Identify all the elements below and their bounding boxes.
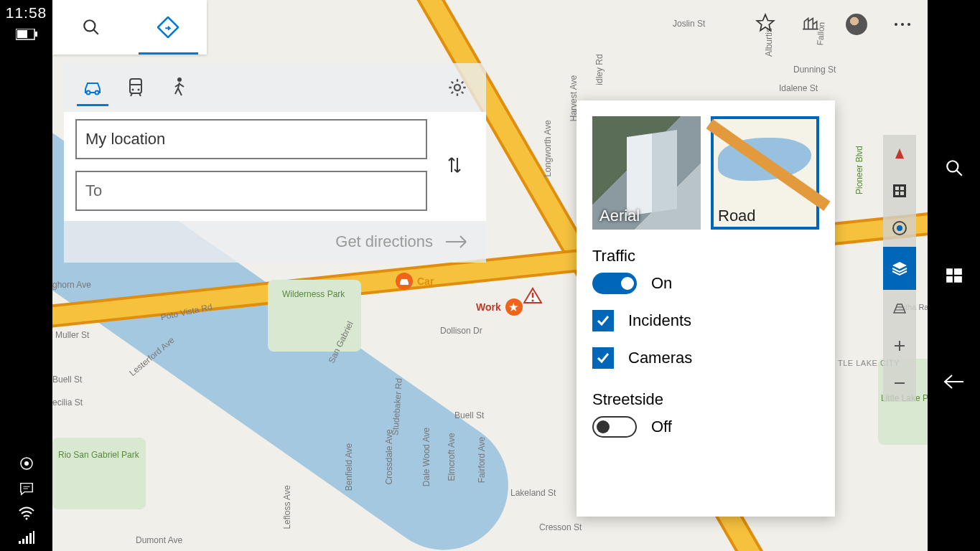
- road-label: Pioneer Blvd: [854, 146, 864, 194]
- road-label: Lakeland St: [510, 488, 556, 498]
- signal-icon: [19, 531, 34, 544]
- streetside-toggle-state: Off: [651, 418, 672, 436]
- directions-settings-icon[interactable]: [436, 66, 479, 109]
- svg-line-20: [93, 29, 98, 34]
- tab-directions[interactable]: [130, 0, 207, 55]
- get-directions-label: Get directions: [335, 232, 433, 251]
- mode-walking[interactable]: [157, 66, 200, 109]
- user-avatar[interactable]: [846, 14, 867, 35]
- incidents-label: Incidents: [628, 311, 691, 330]
- road-label: Dale Wood Ave: [421, 428, 431, 486]
- layers-button[interactable]: [883, 247, 916, 290]
- svg-rect-15: [946, 268, 953, 275]
- svg-point-19: [84, 20, 95, 31]
- top-tabs: [52, 0, 207, 55]
- map-view-road[interactable]: Road: [711, 116, 819, 230]
- traffic-toggle[interactable]: [592, 273, 637, 294]
- svg-line-14: [956, 170, 962, 176]
- road-label: Muller St: [55, 330, 89, 340]
- map-controls: [883, 135, 916, 402]
- cameras-label: Cameras: [628, 349, 692, 367]
- map-canvas[interactable]: Wilderness Park Rio San Gabriel Park Lit…: [52, 0, 928, 551]
- nav-bar-right: [928, 0, 980, 551]
- road-label: Dumont Ave: [136, 535, 182, 545]
- map-view-aerial-label: Aerial: [599, 207, 640, 225]
- svg-rect-10: [26, 536, 28, 544]
- road-label: Benfield Ave: [344, 443, 354, 491]
- road-label: Longworth Ave: [543, 120, 553, 176]
- svg-point-26: [95, 91, 99, 95]
- svg-rect-12: [33, 531, 34, 544]
- traffic-alert-icon[interactable]: [523, 287, 542, 307]
- traffic-toggle-state: On: [651, 274, 672, 293]
- zoom-out-button[interactable]: [883, 364, 916, 402]
- svg-point-33: [177, 77, 182, 82]
- road-label: Elmcroft Ave: [447, 433, 457, 481]
- layers-panel: Aerial Road Traffic On Incidents: [577, 100, 835, 517]
- top-right-icons: [755, 13, 912, 36]
- streetside-section-label: Streetside: [592, 390, 819, 409]
- more-icon[interactable]: [893, 18, 912, 31]
- traffic-section-label: Traffic: [592, 247, 819, 265]
- road-label: Fairford Ave: [477, 437, 487, 483]
- zoom-in-button[interactable]: [883, 327, 916, 364]
- road-label: Buell St: [52, 375, 82, 385]
- mode-driving[interactable]: [71, 66, 114, 109]
- park-label: Rio San Gabriel Park: [58, 451, 123, 460]
- to-input[interactable]: [75, 171, 427, 211]
- mode-transit[interactable]: [114, 66, 157, 109]
- map-view-aerial[interactable]: Aerial: [592, 116, 701, 230]
- locate-me-button[interactable]: [883, 209, 916, 247]
- directions-panel: Get directions: [64, 63, 486, 263]
- swap-button[interactable]: [434, 119, 475, 211]
- map-view-road-label: Road: [718, 207, 756, 225]
- pin-work[interactable]: Work ★: [476, 298, 523, 316]
- 3d-cities-icon[interactable]: [801, 14, 820, 35]
- road-label: Dunning St: [793, 65, 836, 75]
- pin-car-label: Car: [417, 276, 434, 287]
- streetside-toggle[interactable]: [592, 416, 637, 438]
- pin-car[interactable]: Car: [396, 273, 434, 290]
- road-label: Idalene St: [779, 83, 818, 93]
- road-label: Crossdale Ave: [384, 429, 394, 484]
- road-label: Joslin St: [673, 19, 705, 29]
- svg-rect-9: [22, 539, 24, 544]
- svg-point-22: [895, 23, 897, 26]
- compass-button[interactable]: [883, 135, 916, 172]
- streetside-button[interactable]: [883, 172, 916, 209]
- park-label: Wilderness Park: [282, 290, 345, 299]
- favorites-icon[interactable]: [755, 13, 775, 36]
- svg-point-29: [132, 89, 134, 91]
- svg-rect-18: [954, 276, 962, 283]
- svg-point-23: [901, 23, 904, 26]
- road-label: ecilia St: [52, 397, 83, 408]
- road-label: Lefloss Ave: [282, 485, 292, 529]
- road-label: Dollison Dr: [440, 326, 482, 336]
- svg-point-7: [25, 518, 27, 520]
- pin-work-label: Work: [476, 301, 501, 313]
- svg-point-24: [907, 23, 910, 26]
- svg-point-36: [531, 299, 533, 301]
- tab-search[interactable]: [52, 0, 130, 55]
- svg-rect-11: [29, 533, 32, 544]
- svg-rect-16: [954, 268, 962, 275]
- windows-button[interactable]: [945, 266, 963, 288]
- cameras-checkbox[interactable]: [592, 347, 614, 369]
- svg-point-13: [947, 161, 958, 171]
- road-label: Cresson St: [539, 522, 582, 532]
- tilt-button[interactable]: [883, 290, 916, 327]
- from-input[interactable]: [75, 119, 427, 159]
- road-label: ghorn Ave: [52, 280, 91, 290]
- svg-point-30: [138, 89, 140, 91]
- svg-rect-27: [130, 79, 141, 93]
- search-button[interactable]: [945, 159, 963, 180]
- battery-icon: [16, 29, 37, 40]
- incidents-checkbox[interactable]: [592, 310, 614, 331]
- svg-rect-8: [19, 541, 21, 544]
- svg-rect-17: [946, 276, 953, 283]
- svg-point-34: [454, 85, 460, 90]
- record-icon: [19, 456, 34, 471]
- back-button[interactable]: [943, 374, 965, 392]
- get-directions-button[interactable]: Get directions: [64, 221, 486, 263]
- clock: 11:58: [6, 4, 47, 22]
